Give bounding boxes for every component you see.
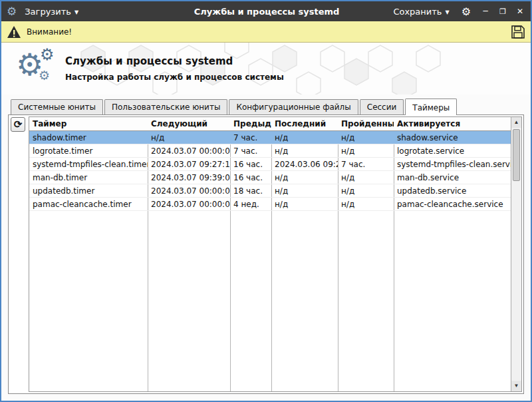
page-header: ⚙ ⚙ ⚙ Службы и процессы systemd Настройк… (1, 43, 531, 95)
table-cell: н/д (338, 144, 394, 157)
table-cell: 7 час. (338, 158, 394, 170)
settings-gear-icon[interactable]: ⚙ (458, 5, 475, 18)
column-header[interactable]: Пройденный (338, 117, 394, 130)
table-row[interactable]: pamac-cleancache.timer2024.03.07 00:00:0… (29, 198, 511, 211)
minimize-button[interactable]: ─ (479, 7, 492, 16)
column-header[interactable]: Предыдущий (230, 117, 271, 130)
window-title: Службы и процессы systemd (153, 7, 380, 17)
titlebar: ⚙ Загрузить ▼ Службы и процессы systemd … (1, 1, 531, 21)
table-cell: 2024.03.07 00:00:00 (148, 144, 230, 157)
gear-icon: ⚙ (39, 69, 50, 82)
scroll-up-button[interactable]: ▲ (511, 117, 521, 128)
table-cell: man-db.timer (29, 171, 148, 184)
table-row[interactable]: shadow.timerн/д7 час.н/дн/дshadow.servic… (29, 131, 511, 144)
load-menu-label: Загрузить (25, 7, 71, 17)
save-menu-label: Сохранить (393, 7, 442, 17)
tab-system-units[interactable]: Системные юниты (11, 99, 103, 114)
table-cell: н/д (338, 198, 394, 210)
gear-icon: ⚙ (40, 47, 55, 63)
table-cell: 16 час. (230, 171, 271, 184)
table-cell: systemd-tmpfiles-clean.timer (29, 158, 148, 170)
table-cell: н/д (338, 184, 394, 197)
table-cell: 7 час. (230, 144, 271, 157)
tab-bar: Системные юниты Пользовательские юниты К… (1, 95, 531, 114)
floppy-disk-icon (511, 25, 525, 39)
refresh-button[interactable]: ⟳ (11, 117, 25, 132)
table-row[interactable]: logrotate.timer2024.03.07 00:00:007 час.… (29, 144, 511, 158)
timers-grid: ТаймерСледующийПредыдущийПоследнийПройде… (29, 117, 511, 391)
table-row[interactable]: systemd-tmpfiles-clean.timer2024.03.07 0… (29, 158, 511, 171)
tab-timers[interactable]: Таймеры (405, 99, 457, 115)
table-cell: logrotate.service (394, 144, 511, 157)
tab-user-units[interactable]: Пользовательские юниты (104, 99, 227, 114)
table-cell: 2024.03.07 09:39:00 (148, 171, 230, 184)
table-cell: pamac-cleancache.timer (29, 198, 148, 210)
tab-sessions[interactable]: Сессии (360, 99, 404, 114)
table-cell: 18 час. (230, 184, 271, 197)
column-header[interactable]: Следующий (148, 117, 230, 130)
table-cell: updatedb.timer (29, 184, 148, 197)
table-cell: н/д (338, 171, 394, 184)
table-cell: 2024.03.06 09:27:19 (271, 158, 338, 170)
app-logo-gears: ⚙ ⚙ ⚙ (1, 43, 65, 95)
app-window: ⚙ Загрузить ▼ Службы и процессы systemd … (0, 0, 532, 402)
table-cell: 2024.03.07 00:00:00 (148, 198, 230, 210)
toolbar-column: ⟳ (10, 116, 29, 392)
timers-table: ТаймерСледующийПредыдущийПоследнийПройде… (29, 116, 522, 392)
chevron-down-icon: ▼ (446, 9, 450, 15)
table-cell: 7 час. (230, 131, 271, 144)
table-cell: 2024.03.07 00:00:00 (148, 184, 230, 197)
close-button[interactable]: ✕ (513, 7, 527, 16)
column-header[interactable]: Последний (271, 117, 338, 130)
tab-config-files[interactable]: Конфигурационные файлы (229, 99, 358, 114)
column-header[interactable]: Активируется (394, 117, 511, 130)
warning-banner: Внимание! (1, 21, 531, 43)
table-cell: 16 час. (230, 158, 271, 170)
page-title: Службы и процессы systemd (65, 55, 284, 67)
save-menu-button[interactable]: Сохранить ▼ (389, 5, 453, 19)
table-cell: н/д (271, 144, 338, 157)
chevron-down-icon: ▼ (74, 9, 78, 15)
app-gears-icon: ⚙ (7, 6, 17, 17)
table-cell: н/д (271, 171, 338, 184)
table-cell: н/д (338, 131, 394, 144)
table-cell: shadow.service (394, 131, 511, 144)
save-file-button[interactable] (511, 25, 525, 39)
table-row[interactable]: updatedb.timer2024.03.07 00:00:0018 час.… (29, 184, 511, 198)
table-cell: н/д (148, 131, 230, 144)
table-cell: н/д (271, 198, 338, 210)
vertical-scrollbar[interactable]: ▲ ▼ (511, 117, 521, 391)
table-cell: н/д (271, 184, 338, 197)
table-cell: pamac-cleancache.service (394, 198, 511, 210)
warning-text: Внимание! (27, 27, 72, 37)
page-subtitle: Настройка работы служб и процессов систе… (65, 73, 284, 82)
scrollbar-thumb[interactable] (513, 129, 520, 181)
timers-panel: ⟳ ТаймерСледующийПредыдущийПоследнийПрой… (8, 114, 524, 394)
warning-triangle-icon (7, 25, 21, 39)
table-cell: н/д (271, 131, 338, 144)
scroll-down-button[interactable]: ▼ (511, 381, 521, 391)
table-row[interactable]: man-db.timer2024.03.07 09:39:0016 час.н/… (29, 171, 511, 184)
table-cell: logrotate.timer (29, 144, 148, 157)
table-cell: man-db.service (394, 171, 511, 184)
maximize-button[interactable]: ❐ (496, 7, 509, 16)
table-cell: shadow.timer (29, 131, 148, 144)
timer-table-body: shadow.timerн/д7 час.н/дн/дshadow.servic… (29, 131, 511, 211)
load-menu-button[interactable]: Загрузить ▼ (21, 5, 82, 19)
column-header[interactable]: Таймер (29, 117, 148, 130)
table-cell: 2024.03.07 09:27:19 (148, 158, 230, 170)
table-cell: 4 нед. (230, 198, 271, 210)
table-cell: updatedb.service (394, 184, 511, 197)
table-cell: systemd-tmpfiles-clean.service (394, 158, 511, 170)
table-header-row: ТаймерСледующийПредыдущийПоследнийПройде… (29, 117, 511, 131)
